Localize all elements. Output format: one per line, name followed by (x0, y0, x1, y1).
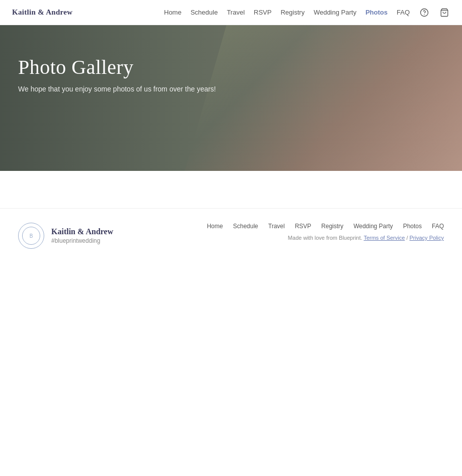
footer-brand-name: Kaitlin & Andrew (51, 227, 113, 236)
hero-content: Photo Gallery We hope that you enjoy som… (0, 25, 462, 93)
footer: B Kaitlin & Andrew #blueprintwedding Hom… (0, 208, 462, 263)
footer-nav-travel[interactable]: Travel (268, 223, 285, 230)
footer-credit: Made with love from Blueprint. Terms of … (288, 235, 444, 241)
svg-point-0 (421, 9, 428, 16)
footer-logo-circle: B (18, 223, 44, 249)
footer-nav: Home Schedule Travel RSVP Registry Weddi… (207, 223, 444, 241)
cart-icon[interactable] (439, 7, 450, 18)
nav-schedule[interactable]: Schedule (191, 9, 218, 16)
nav-travel[interactable]: Travel (227, 9, 245, 16)
footer-nav-faq[interactable]: FAQ (432, 223, 444, 230)
page-title: Photo Gallery (18, 55, 444, 79)
footer-hashtag: #blueprintwedding (51, 237, 113, 244)
footer-nav-rsvp[interactable]: RSVP (295, 223, 311, 230)
nav-rsvp[interactable]: RSVP (254, 9, 271, 16)
footer-nav-schedule[interactable]: Schedule (233, 223, 258, 230)
footer-nav-home[interactable]: Home (207, 223, 223, 230)
footer-brand-info: Kaitlin & Andrew #blueprintwedding (51, 227, 113, 244)
nav-wedding-party[interactable]: Wedding Party (314, 9, 356, 16)
navigation: Kaitlin & Andrew Home Schedule Travel RS… (0, 0, 462, 25)
footer-logo: B Kaitlin & Andrew #blueprintwedding (18, 223, 113, 249)
footer-terms-link[interactable]: Terms of Service (363, 235, 405, 241)
footer-nav-registry[interactable]: Registry (321, 223, 343, 230)
nav-photos[interactable]: Photos (365, 9, 388, 16)
footer-credit-text: Made with love from Blueprint. (288, 235, 364, 241)
footer-nav-wedding-party[interactable]: Wedding Party (353, 223, 393, 230)
footer-nav-photos[interactable]: Photos (403, 223, 422, 230)
nav-links: Home Schedule Travel RSVP Registry Weddi… (164, 7, 450, 18)
footer-slash: / (406, 235, 408, 241)
nav-brand[interactable]: Kaitlin & Andrew (12, 8, 72, 17)
nav-registry[interactable]: Registry (281, 9, 305, 16)
hero-subtitle: We hope that you enjoy some photos of us… (18, 85, 444, 93)
nav-home[interactable]: Home (164, 9, 181, 16)
footer-nav-links: Home Schedule Travel RSVP Registry Weddi… (207, 223, 444, 230)
help-icon[interactable] (419, 7, 430, 18)
hero-section: Photo Gallery We hope that you enjoy som… (0, 25, 462, 171)
gallery-section (0, 171, 462, 208)
footer-privacy-link[interactable]: Privacy Policy (410, 235, 444, 241)
footer-logo-inner: B (22, 227, 40, 245)
nav-faq[interactable]: FAQ (397, 9, 410, 16)
